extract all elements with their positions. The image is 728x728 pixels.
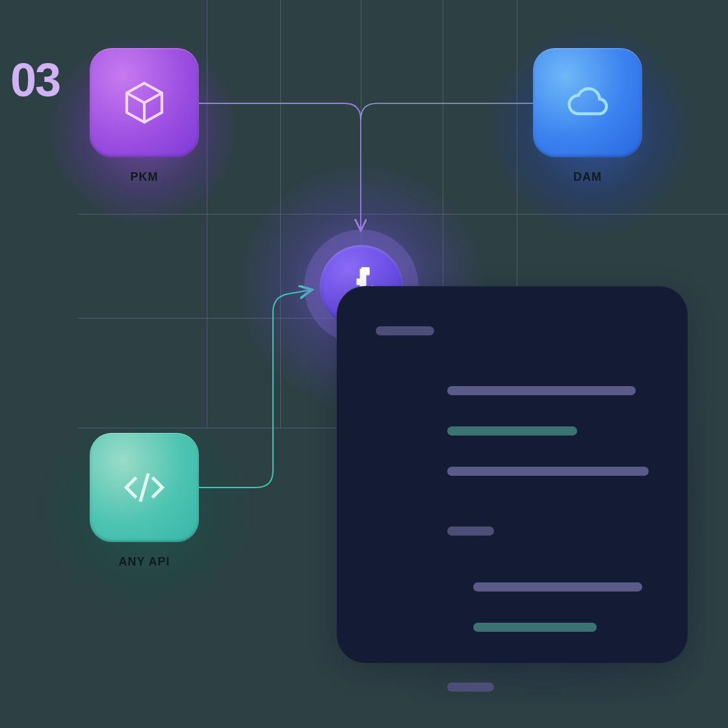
node-pkm — [90, 48, 199, 157]
cloud-icon — [566, 81, 610, 125]
node-dam-label: DAM — [573, 170, 602, 184]
package-icon — [121, 79, 168, 126]
step-number: 03 — [10, 53, 60, 107]
node-pkm-label: PKM — [131, 170, 159, 184]
code-icon — [120, 463, 168, 512]
code-line — [473, 582, 642, 592]
code-line — [376, 326, 434, 335]
code-line — [447, 526, 494, 536]
code-line — [447, 426, 577, 436]
diagram-canvas: 03 PKM DAM ANY API — [0, 0, 728, 728]
code-line — [473, 623, 597, 632]
node-api-label: ANY API — [118, 555, 170, 569]
code-panel — [337, 286, 688, 663]
node-dam — [533, 48, 642, 157]
code-line — [447, 682, 494, 692]
code-line — [447, 386, 636, 395]
node-api — [90, 433, 199, 542]
code-line — [447, 467, 649, 476]
